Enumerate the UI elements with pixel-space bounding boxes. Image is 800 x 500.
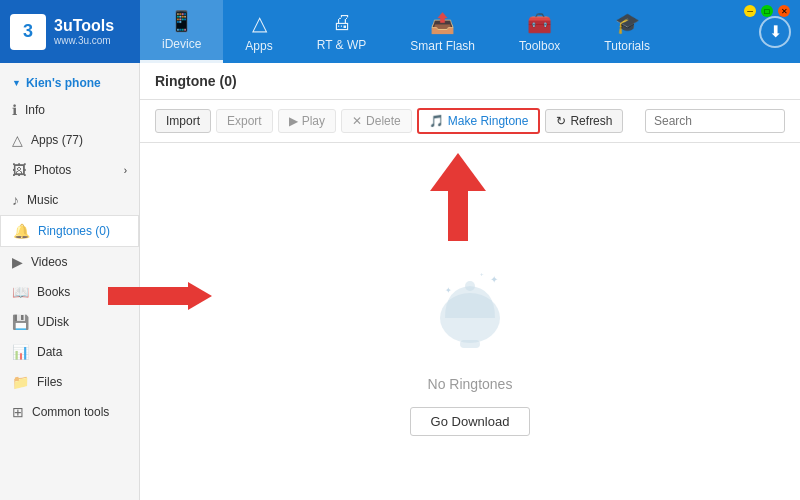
up-arrow-shaft (448, 191, 468, 241)
logo-area: 3 3uTools www.3u.com (0, 0, 140, 63)
nav-tutorials-label: Tutorials (604, 39, 650, 53)
maximize-button[interactable]: □ (761, 5, 773, 17)
sidebar-item-photos[interactable]: 🖼 Photos › (0, 155, 139, 185)
sidebar-item-apps[interactable]: △ Apps (77) (0, 125, 139, 155)
app-url: www.3u.com (54, 35, 114, 46)
sidebar-videos-label: Videos (31, 255, 67, 269)
svg-rect-1 (460, 340, 480, 348)
sidebar-udisk-label: UDisk (37, 315, 69, 329)
go-download-button[interactable]: Go Download (410, 407, 531, 436)
sidebar-common-tools-label: Common tools (32, 405, 109, 419)
refresh-icon: ↻ (556, 114, 566, 128)
logo-icon: 3 (10, 14, 46, 50)
app-name: 3uTools (54, 17, 114, 35)
delete-icon: ✕ (352, 114, 362, 128)
nav-smartflash[interactable]: 📤 Smart Flash (388, 0, 497, 63)
logo-text: 3uTools www.3u.com (54, 17, 114, 46)
nav-tutorials[interactable]: 🎓 Tutorials (582, 0, 672, 63)
books-icon: 📖 (12, 284, 29, 300)
info-icon: ℹ (12, 102, 17, 118)
no-ringtones-text: No Ringtones (428, 376, 513, 392)
nav-smartflash-label: Smart Flash (410, 39, 475, 53)
idevice-icon: 📱 (169, 9, 194, 33)
smartflash-icon: 📤 (430, 11, 455, 35)
photos-icon: 🖼 (12, 162, 26, 178)
rtwp-icon: 🖨 (332, 11, 352, 34)
sidebar-item-common-tools[interactable]: ⊞ Common tools (0, 397, 139, 427)
delete-button[interactable]: ✕ Delete (341, 109, 412, 133)
content-title: Ringtone (0) (140, 63, 800, 100)
sidebar-books-label: Books (37, 285, 70, 299)
minimize-button[interactable]: ─ (744, 5, 756, 17)
play-button[interactable]: ▶ Play (278, 109, 336, 133)
nav-idevice[interactable]: 📱 iDevice (140, 0, 223, 63)
nav-toolbox-label: Toolbox (519, 39, 560, 53)
common-tools-icon: ⊞ (12, 404, 24, 420)
nav-toolbox[interactable]: 🧰 Toolbox (497, 0, 582, 63)
up-arrow-container (430, 143, 486, 241)
import-button[interactable]: Import (155, 109, 211, 133)
header: 3 3uTools www.3u.com 📱 iDevice △ Apps 🖨 … (0, 0, 800, 63)
left-arrow-head (188, 282, 212, 310)
nav-rtwp[interactable]: 🖨 RT & WP (295, 0, 389, 63)
nav-rtwp-label: RT & WP (317, 38, 367, 52)
sidebar-item-music[interactable]: ♪ Music (0, 185, 139, 215)
left-arrow-shaft (108, 287, 188, 305)
svg-text:✦: ✦ (490, 274, 498, 285)
content-area: Ringtone (0) Import Export ▶ Play ✕ Dele… (140, 63, 800, 500)
sidebar-item-ringtones[interactable]: 🔔 Ringtones (0) (0, 215, 139, 247)
sidebar-ringtones-label: Ringtones (0) (38, 224, 110, 238)
tutorials-icon: 🎓 (615, 11, 640, 35)
data-icon: 📊 (12, 344, 29, 360)
header-right: ⬇ (750, 16, 800, 48)
toolbar: Import Export ▶ Play ✕ Delete 🎵 Make Rin… (140, 100, 800, 143)
bell-empty-icon: ✦ ✦ + (430, 268, 510, 361)
sidebar-apps-label: Apps (77) (31, 133, 83, 147)
sidebar-files-label: Files (37, 375, 62, 389)
files-icon: 📁 (12, 374, 29, 390)
sidebar-data-label: Data (37, 345, 62, 359)
apps-icon: △ (252, 11, 267, 35)
videos-icon: ▶ (12, 254, 23, 270)
sidebar-item-files[interactable]: 📁 Files (0, 367, 139, 397)
device-name: Kien's phone (0, 68, 139, 95)
nav-apps-label: Apps (245, 39, 272, 53)
make-ringtone-icon: 🎵 (429, 114, 444, 128)
refresh-button[interactable]: ↻ Refresh (545, 109, 623, 133)
svg-text:✦: ✦ (445, 286, 452, 295)
up-arrow-head (430, 153, 486, 191)
sidebar-music-label: Music (27, 193, 58, 207)
sidebar: Kien's phone ℹ Info △ Apps (77) 🖼 Photos… (0, 63, 140, 500)
udisk-icon: 💾 (12, 314, 29, 330)
download-button[interactable]: ⬇ (759, 16, 791, 48)
empty-state: ✦ ✦ + No Ringtones Go Download (140, 143, 800, 500)
sidebar-info-label: Info (25, 103, 45, 117)
nav-apps[interactable]: △ Apps (223, 0, 294, 63)
sidebar-photos-label: Photos (34, 163, 71, 177)
music-icon: ♪ (12, 192, 19, 208)
sidebar-item-udisk[interactable]: 💾 UDisk (0, 307, 139, 337)
play-icon: ▶ (289, 114, 298, 128)
sidebar-item-data[interactable]: 📊 Data (0, 337, 139, 367)
export-button[interactable]: Export (216, 109, 273, 133)
svg-text:+: + (480, 271, 484, 277)
close-button[interactable]: ✕ (778, 5, 790, 17)
main-layout: Kien's phone ℹ Info △ Apps (77) 🖼 Photos… (0, 63, 800, 500)
nav-idevice-label: iDevice (162, 37, 201, 51)
sidebar-item-videos[interactable]: ▶ Videos (0, 247, 139, 277)
make-ringtone-button[interactable]: 🎵 Make Ringtone (417, 108, 541, 134)
ringtones-icon: 🔔 (13, 223, 30, 239)
search-input[interactable] (645, 109, 785, 133)
sidebar-item-info[interactable]: ℹ Info (0, 95, 139, 125)
toolbox-icon: 🧰 (527, 11, 552, 35)
apps-sidebar-icon: △ (12, 132, 23, 148)
nav-items: 📱 iDevice △ Apps 🖨 RT & WP 📤 Smart Flash… (140, 0, 750, 63)
chevron-right-icon: › (124, 165, 127, 176)
